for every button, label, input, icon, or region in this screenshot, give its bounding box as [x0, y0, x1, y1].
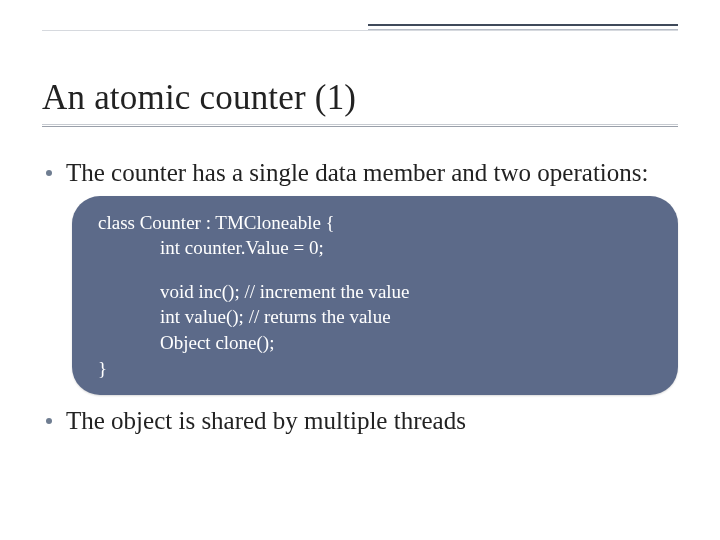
slide-content: The counter has a single data member and… — [42, 157, 678, 438]
code-line: int counter.Value = 0; — [98, 235, 652, 261]
code-line: int value(); // returns the value — [98, 304, 652, 330]
code-blank-line — [98, 261, 652, 279]
code-line: void inc(); // increment the value — [98, 279, 652, 305]
slide: An atomic counter (1) The counter has a … — [0, 0, 720, 540]
slide-title: An atomic counter (1) — [42, 78, 678, 118]
bullet-dot-icon — [46, 170, 52, 176]
code-block: class Counter : TMCloneable { int counte… — [72, 196, 678, 396]
bullet-text: The object is shared by multiple threads — [66, 405, 678, 438]
code-line: } — [98, 356, 652, 382]
code-line: Object clone(); — [98, 330, 652, 356]
bullet-dot-icon — [46, 418, 52, 424]
code-line: class Counter : TMCloneable { — [98, 210, 652, 236]
bullet-item: The object is shared by multiple threads — [42, 405, 678, 438]
bullet-text: The counter has a single data member and… — [66, 157, 678, 190]
title-underline — [42, 124, 678, 127]
bullet-item: The counter has a single data member and… — [42, 157, 678, 190]
